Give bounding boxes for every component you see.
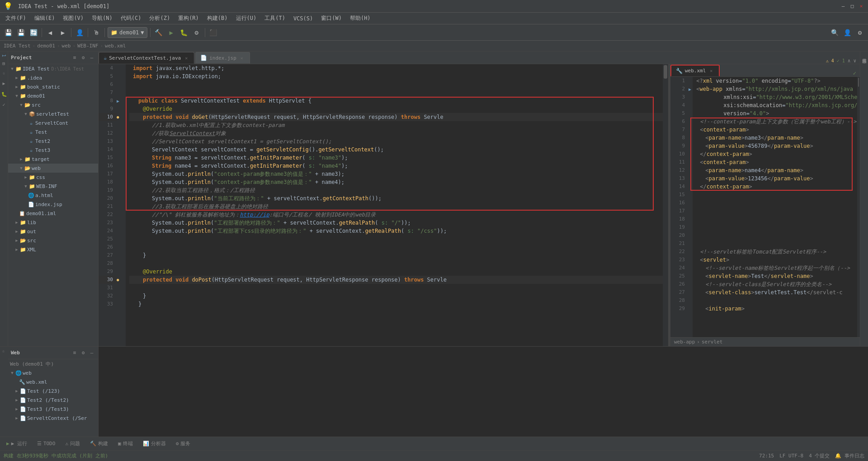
tree-ahtml[interactable]: 🌐 a.html xyxy=(8,191,98,200)
tree-idea-test[interactable]: ▼ 📁 IDEA Test D:\IDEA Test xyxy=(8,64,98,73)
scroll-thumb[interactable] xyxy=(664,65,667,79)
problems-bottom-btn[interactable]: ⚠ 问题 xyxy=(61,439,84,449)
toolbar-back-btn[interactable]: ◀ xyxy=(45,27,56,38)
web-tree-test[interactable]: ▶ 📄 Test (/123) xyxy=(8,386,98,395)
xml-content[interactable]: 1 2 3 4 5 6 7 8 9 10 11 xyxy=(670,77,860,337)
settings-btn[interactable]: ⚙ xyxy=(854,27,865,38)
project-icon-side[interactable]: 1 xyxy=(0,53,7,58)
menu-item-edit[interactable]: 编辑(E) xyxy=(31,14,59,23)
tab-servletcontexttest[interactable]: ☕ ServeletContextTest.java ✕ xyxy=(99,52,194,64)
xml-tab-close[interactable]: ✕ xyxy=(708,68,714,74)
encoding-indicator[interactable]: LF UTF-8 xyxy=(779,452,803,459)
tree-demo01[interactable]: ▼ 📁 demo01 xyxy=(8,91,98,100)
tab-webxml[interactable]: 🔧 web.xml ✕ xyxy=(670,65,720,76)
web-sort-btn[interactable]: ≡ xyxy=(71,349,78,357)
tree-xml[interactable]: ▶ 📁 XML xyxy=(8,245,98,254)
web-tree-webxml[interactable]: 🔧 web.xml xyxy=(8,377,98,386)
bottom-left-icon[interactable]: ☆ xyxy=(0,347,7,355)
todo-icon-side[interactable]: ✓ xyxy=(0,101,7,108)
minimize-button[interactable]: — xyxy=(840,3,846,9)
tree-css[interactable]: ▶ 📁 css xyxy=(8,173,98,182)
menu-item-build[interactable]: 构建(B) xyxy=(203,14,231,23)
run-build-btn[interactable]: 🔨 xyxy=(153,27,164,38)
web-minimize-btn[interactable]: — xyxy=(88,349,95,357)
project-sort-btn[interactable]: ≡ xyxy=(71,54,78,61)
menu-item-navigate[interactable]: 导航(N) xyxy=(88,14,116,23)
tree-indexjsp[interactable]: 📄 index.jsp xyxy=(8,200,98,209)
tree-lib[interactable]: ▶ 📁 lib xyxy=(8,218,98,227)
breadcrumb-webxml[interactable]: web.xml xyxy=(105,43,126,49)
project-gear-btn[interactable]: ⚙ xyxy=(80,54,87,61)
menu-item-analyze[interactable]: 分析(Z) xyxy=(146,14,174,23)
tree-test2[interactable]: ☕ Test2 xyxy=(8,136,98,146)
profile-btn[interactable]: 👤 xyxy=(842,27,853,38)
maximize-button[interactable]: □ xyxy=(849,3,855,9)
web-tree-test3[interactable]: ▶ 📄 Test3 (/Test3) xyxy=(8,405,98,414)
position-indicator[interactable]: 72:15 xyxy=(759,452,774,459)
menu-item-tools[interactable]: 工具(T) xyxy=(261,14,289,23)
debug-btn[interactable]: 🐛 xyxy=(179,27,189,38)
menu-item-run[interactable]: 运行(U) xyxy=(232,14,260,23)
web-tree-web[interactable]: ▼ 🌐 web xyxy=(8,368,98,377)
favorites-icon-side[interactable]: ☆ xyxy=(0,70,7,76)
tree-demo01iml[interactable]: 📋 demo01.iml xyxy=(8,209,98,218)
analyzer-btn[interactable]: 📊 分析器 xyxy=(139,439,170,449)
tab-indexjsp[interactable]: 📄 index.jsp ✕ xyxy=(195,52,250,64)
web-gear-btn[interactable]: ⚙ xyxy=(80,349,87,357)
expand-btn[interactable]: ∧ xyxy=(848,58,851,64)
menu-item-vcs[interactable]: VCS(S) xyxy=(290,14,316,23)
breadcrumb-web[interactable]: web xyxy=(62,43,71,49)
menu-item-help[interactable]: 帮助(H) xyxy=(346,14,374,23)
event-log-btn[interactable]: 🔔 事件日志 xyxy=(835,452,864,459)
toolbar-forward-btn[interactable]: ▶ xyxy=(57,27,68,38)
menu-item-window[interactable]: 窗口(W) xyxy=(317,14,345,23)
breadcrumb-webinf[interactable]: WEB-INF xyxy=(77,43,98,49)
run-gutter-icon[interactable]: ▶ xyxy=(117,99,119,103)
terminal-btn[interactable]: ▣ 终端 xyxy=(114,439,137,449)
web-tree-test2[interactable]: ▶ 📄 Test2 (/Test2) xyxy=(8,395,98,405)
run-icon-side[interactable]: ▶ xyxy=(0,80,7,87)
toolbar-cursor-btn[interactable]: 🖱 xyxy=(91,27,102,38)
tree-src[interactable]: ▼ 📂 src xyxy=(8,100,98,109)
menu-item-file[interactable]: 文件(F) xyxy=(2,14,30,23)
tree-servletcontexttest[interactable]: ☕ ServeltCont xyxy=(8,118,98,127)
toolbar-sync-btn[interactable]: 🔄 xyxy=(28,27,39,38)
breadcrumb-idea-test[interactable]: IDEA Test xyxy=(4,43,31,49)
tree-servlettest[interactable]: ▼ 📦 servletTest xyxy=(8,109,98,118)
git-indicator[interactable]: 4 个提交 xyxy=(809,452,830,459)
project-dropdown[interactable]: 📁 demo01 ▼ xyxy=(108,27,147,38)
menu-item-view[interactable]: 视图(V) xyxy=(59,14,87,23)
tree-out[interactable]: ▶ 📁 out xyxy=(8,227,98,236)
tree-src2[interactable]: ▶ 📂 src xyxy=(8,236,98,245)
run-bottom-btn[interactable]: ▶ ▶ 运行 xyxy=(3,439,31,449)
stop-btn[interactable]: ⬛ xyxy=(208,27,219,38)
todo-bottom-btn[interactable]: ☰ TODO xyxy=(33,439,59,449)
web-tree-servletcontext[interactable]: ▶ 📄 ServeltContext (/Ser xyxy=(8,414,98,423)
tree-idea[interactable]: ▶ 📁 .idea xyxy=(8,73,98,82)
collapse-btn[interactable]: ∨ xyxy=(853,58,856,64)
toolbar-save-btn[interactable]: 💾 xyxy=(3,27,14,38)
tree-book-static[interactable]: ▶ 📁 book_static xyxy=(8,82,98,91)
right-icon-event-log[interactable]: 事件日志 xyxy=(860,53,868,57)
toolbar-user-btn[interactable]: 👤 xyxy=(74,27,85,38)
toolbar-more-btn[interactable]: ⚙ xyxy=(191,27,202,38)
search-btn[interactable]: 🔍 xyxy=(829,27,840,38)
toolbar-save-all-btn[interactable]: 💾 xyxy=(15,27,26,38)
menu-item-code[interactable]: 代码(C) xyxy=(117,14,145,23)
xml-scroll-thumb[interactable] xyxy=(858,78,859,87)
tree-test3[interactable]: ☕ Test3 xyxy=(8,146,98,155)
tree-web[interactable]: ▼ 📂 web xyxy=(8,164,98,173)
tree-webinf[interactable]: ▼ 📁 WEB-INF xyxy=(8,182,98,191)
java-code-editor[interactable]: 4 5 6 7 8 9 10 11 12 13 14 15 16 xyxy=(99,64,668,346)
run-btn[interactable]: ▶ xyxy=(166,27,177,38)
menu-item-refactor[interactable]: 重构(R) xyxy=(175,14,203,23)
structure-icon-side[interactable]: ⊞ xyxy=(0,61,7,66)
breadcrumb-demo01[interactable]: demo01 xyxy=(37,43,55,49)
close-button[interactable]: ✕ xyxy=(858,3,864,9)
service-btn[interactable]: ⚙ 服务 xyxy=(172,439,194,449)
java-tab-close[interactable]: ✕ xyxy=(183,55,189,61)
project-close-btn[interactable]: — xyxy=(88,54,95,61)
tree-test[interactable]: ☕ Test xyxy=(8,127,98,136)
jsp-tab-close[interactable]: ✕ xyxy=(239,55,245,61)
debug-icon-side[interactable]: 🐛 xyxy=(0,90,7,98)
